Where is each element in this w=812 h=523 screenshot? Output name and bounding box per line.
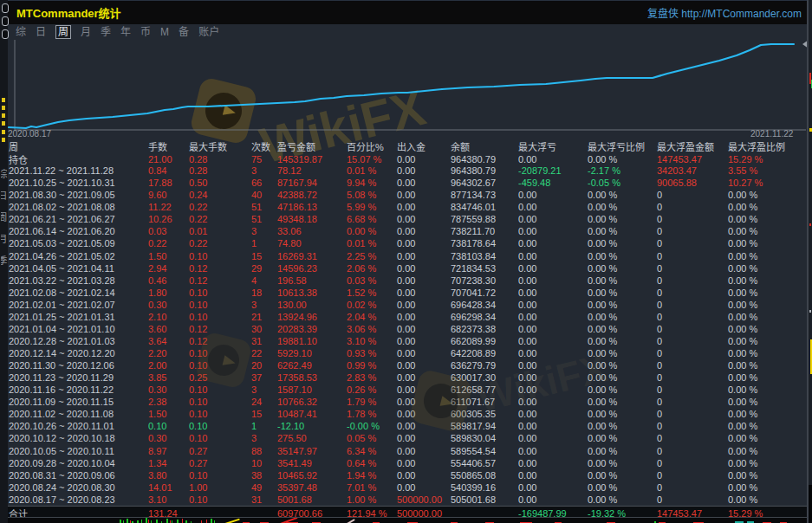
table-cell: 0.00 % bbox=[728, 251, 807, 262]
table-cell: 31 bbox=[251, 494, 277, 505]
table-cell: 0.00 % bbox=[588, 470, 657, 481]
table-cell: 0.28 bbox=[189, 165, 251, 176]
table-cell: 10766.32 bbox=[277, 397, 347, 407]
table-cell: 5.08 % bbox=[347, 190, 397, 200]
table-cell: 21 bbox=[251, 312, 277, 322]
table-row[interactable]: 2021.02.01 ~ 2021.02.070.300.103130.000.… bbox=[8, 299, 807, 311]
table-cell: 17358.53 bbox=[277, 372, 347, 383]
table-row[interactable]: 2020.08.31 ~ 2020.09.063.800.103810465.9… bbox=[8, 469, 807, 481]
table-row[interactable]: 持仓21.000.2875145319.8715.07 %0.00964380.… bbox=[8, 152, 807, 165]
table-cell: 964380.79 bbox=[451, 154, 518, 165]
table-row[interactable]: 2021.10.25 ~ 2021.10.3117.880.506687167.… bbox=[8, 177, 807, 189]
table-cell: 0 bbox=[657, 348, 728, 358]
table-cell: 6.68 % bbox=[347, 214, 397, 224]
table-row[interactable]: 2020.12.28 ~ 2021.01.033.640.123119881.1… bbox=[8, 335, 807, 347]
table-row[interactable]: 2020.11.09 ~ 2020.11.152.380.102410766.3… bbox=[8, 396, 807, 408]
table-row[interactable]: 2021.04.26 ~ 2021.05.021.500.101516269.3… bbox=[8, 250, 807, 262]
table-cell: 2021.11.22 ~ 2021.11.28 bbox=[9, 165, 148, 176]
table-cell: 22 bbox=[251, 348, 277, 358]
table-cell: 1.00 % bbox=[347, 494, 397, 505]
table-cell: 2020.12.14 ~ 2020.12.20 bbox=[9, 348, 148, 358]
table-cell: 78.12 bbox=[277, 165, 347, 176]
table-row[interactable]: 2021.06.14 ~ 2021.06.200.030.01333.060.0… bbox=[8, 225, 807, 237]
table-cell: 0.05 % bbox=[347, 433, 397, 443]
table-row[interactable]: 2020.10.12 ~ 2020.10.180.300.103275.500.… bbox=[8, 432, 807, 444]
table-cell: 0.00 bbox=[518, 324, 588, 334]
table-row[interactable]: 2020.09.28 ~ 2020.10.041.340.27103541.49… bbox=[8, 457, 807, 469]
table-cell: 0.00 bbox=[518, 384, 588, 395]
table-cell: 8.97 bbox=[148, 446, 189, 456]
table-row[interactable]: 2020.11.23 ~ 2020.11.293.850.253717358.5… bbox=[8, 371, 807, 384]
column-header: 出入金 bbox=[397, 139, 451, 153]
table-cell: 0.00 % bbox=[728, 348, 807, 358]
edge-artifact bbox=[2, 121, 5, 126]
table-cell: 3 bbox=[251, 226, 277, 236]
table-row[interactable]: 2020.11.30 ~ 2020.12.062.000.10206262.49… bbox=[8, 359, 807, 371]
table-body: 持仓21.000.2875145319.8715.07 %0.00964380.… bbox=[8, 152, 807, 506]
table-cell: 0 bbox=[657, 202, 728, 212]
table-row[interactable]: 2021.11.22 ~ 2021.11.280.840.28378.120.0… bbox=[8, 165, 807, 177]
table-row[interactable]: 2021.01.25 ~ 2021.01.312.100.102113924.9… bbox=[8, 311, 807, 323]
table-row[interactable]: 2020.11.02 ~ 2020.11.081.500.101510487.4… bbox=[8, 408, 807, 420]
table-row[interactable]: 2020.10.05 ~ 2020.10.118.970.278835147.9… bbox=[8, 445, 807, 457]
table-cell: 0.00 bbox=[397, 214, 451, 224]
total-row[interactable]: 合计131.24609700.66121.94 %500000.00-16948… bbox=[8, 506, 807, 518]
table-cell: 0.00 bbox=[518, 251, 588, 262]
table-cell: 2020.12.28 ~ 2021.01.03 bbox=[9, 336, 148, 346]
background-candle-mark bbox=[146, 518, 147, 523]
edge-artifact bbox=[809, 310, 811, 313]
table-cell: 0.00 bbox=[518, 360, 588, 371]
table-cell: 持仓 bbox=[9, 152, 148, 166]
table-row[interactable]: 2020.11.16 ~ 2020.11.220.300.1031587.100… bbox=[8, 384, 807, 396]
table-cell: 2.06 % bbox=[347, 263, 397, 274]
table-row[interactable]: 2021.01.04 ~ 2021.01.103.600.123020283.3… bbox=[8, 323, 807, 335]
table-cell: 0.03 bbox=[148, 226, 189, 236]
table-cell: 738103.84 bbox=[451, 251, 518, 262]
column-header: 盈亏金额 bbox=[277, 139, 347, 153]
background-candle-mark bbox=[166, 519, 168, 523]
table-cell: 0.00 bbox=[518, 494, 588, 505]
table-cell: 0.00 % bbox=[588, 421, 657, 431]
table-cell: 66 bbox=[251, 178, 277, 188]
table-cell: 0.00 bbox=[397, 263, 451, 274]
table-cell: 2021.06.14 ~ 2021.06.20 bbox=[9, 226, 148, 236]
table-cell: 0.00 % bbox=[588, 154, 657, 165]
table-cell: 0.00 % bbox=[588, 372, 657, 383]
table-cell: 0.01 % bbox=[347, 165, 397, 176]
table-row[interactable]: 2021.02.08 ~ 2021.02.141.800.101810613.3… bbox=[8, 287, 807, 299]
table-cell: 0.00 bbox=[518, 470, 588, 481]
table-cell: 4 bbox=[251, 275, 277, 286]
table-row[interactable]: 2021.08.02 ~ 2021.08.0811.220.225147186.… bbox=[8, 201, 807, 213]
table-cell: 0.00 bbox=[518, 214, 588, 224]
table-cell: 0 bbox=[657, 446, 728, 456]
table-row[interactable]: 2021.08.30 ~ 2021.09.059.600.244042388.7… bbox=[8, 189, 807, 201]
table-cell: 662089.99 bbox=[451, 336, 518, 346]
table-cell: 6.34 % bbox=[347, 446, 397, 456]
table-cell: 0 bbox=[657, 433, 728, 443]
table-cell: 787559.88 bbox=[451, 214, 518, 224]
table-cell: 20283.39 bbox=[277, 324, 347, 334]
table-row[interactable]: 2020.12.14 ~ 2020.12.202.200.10225929.10… bbox=[8, 347, 807, 359]
table-cell: 7.01 % bbox=[347, 482, 397, 493]
table-cell: 0.00 % bbox=[728, 263, 807, 274]
equity-chart[interactable]: WikiFX 2020.08.17 2021.11.22 bbox=[8, 35, 807, 139]
table-row[interactable]: 2020.10.26 ~ 2020.11.010.100.101-12.10-0… bbox=[8, 420, 807, 432]
brand-link[interactable]: 复盘侠 http://MTCommander.com bbox=[647, 5, 802, 20]
table-cell: 0.00 bbox=[518, 421, 588, 431]
table-cell: 0.00 % bbox=[728, 336, 807, 346]
table-cell: 0.00 bbox=[518, 202, 588, 212]
table-cell: 31 bbox=[251, 336, 277, 346]
chart-start-date: 2020.08.17 bbox=[8, 129, 51, 139]
table-row[interactable]: 2021.05.03 ~ 2021.05.090.220.22174.800.0… bbox=[8, 237, 807, 249]
table-row[interactable]: 2021.04.05 ~ 2021.04.112.940.122914596.2… bbox=[8, 262, 807, 274]
table-cell: 0.22 bbox=[189, 238, 251, 249]
table-row[interactable]: 2020.08.17 ~ 2020.08.233.100.10315001.68… bbox=[8, 494, 807, 506]
table-row[interactable]: 2021.06.21 ~ 2021.06.2710.260.225149348.… bbox=[8, 213, 807, 225]
table-row[interactable]: 2020.08.24 ~ 2020.08.3014.011.004935397.… bbox=[8, 481, 807, 494]
table-row[interactable]: 2021.03.22 ~ 2021.03.280.460.124196.580.… bbox=[8, 274, 807, 287]
title-bar[interactable]: MTCommander统计 复盘侠 http://MTCommander.com bbox=[8, 0, 807, 24]
table-cell: 0.22 bbox=[189, 214, 251, 224]
table-cell: 2021.05.03 ~ 2021.05.09 bbox=[9, 238, 148, 249]
table-cell: 0.00 bbox=[397, 178, 451, 188]
table-cell: 2021.04.05 ~ 2021.04.11 bbox=[9, 263, 148, 274]
